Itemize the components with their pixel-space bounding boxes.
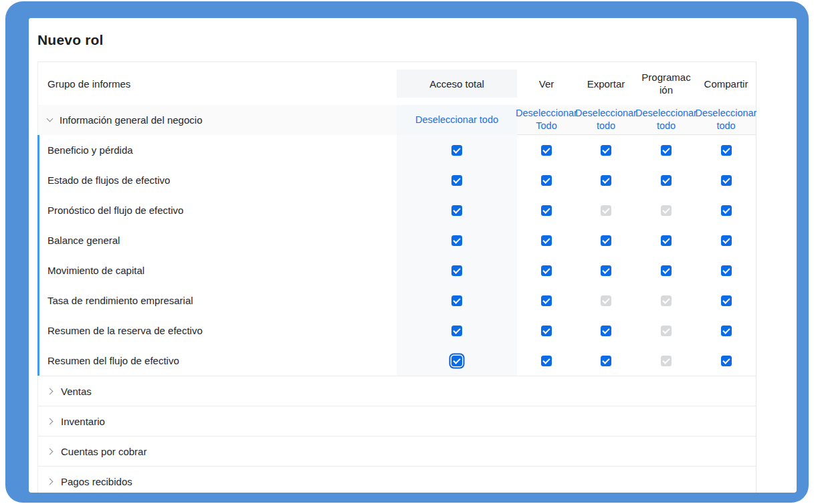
report-name: Resumen del flujo de efectivo xyxy=(47,355,179,366)
view-checkbox[interactable] xyxy=(541,326,552,336)
deselect-all-link[interactable]: Deseleccionar todo xyxy=(575,107,637,132)
view-checkbox[interactable] xyxy=(541,175,552,186)
full-access-checkbox[interactable] xyxy=(451,145,462,156)
page-title: Nuevo rol xyxy=(37,32,104,48)
report-name-cell: Movimiento de capital xyxy=(38,255,397,285)
section-name: Pagos recibidos xyxy=(61,476,132,487)
share-checkbox[interactable] xyxy=(721,235,732,246)
deselect-all-share: Deseleccionar todo xyxy=(696,105,756,135)
report-name-cell: Pronóstico del flujo de efectivo xyxy=(38,195,397,225)
full-access-checkbox[interactable] xyxy=(451,235,462,246)
full-access-checkbox[interactable] xyxy=(451,326,462,336)
deselect-all-schedule: Deseleccionar todo xyxy=(636,105,696,135)
export-checkbox[interactable] xyxy=(601,175,611,186)
collapsed-sections: Ventas Inventario Cuentas por cobrar Pag… xyxy=(38,376,756,493)
report-row: Beneficio y pérdida xyxy=(38,135,756,165)
report-name-cell: Resumen del flujo de efectivo xyxy=(38,346,397,376)
view-checkbox[interactable] xyxy=(541,265,552,276)
export-checkbox[interactable] xyxy=(601,145,611,156)
section-title[interactable]: Información general del negocio xyxy=(38,105,397,135)
column-header-export: Exportar xyxy=(576,62,636,105)
share-checkbox[interactable] xyxy=(721,145,732,156)
schedule-checkbox[interactable] xyxy=(661,326,672,336)
report-name: Pronóstico del flujo de efectivo xyxy=(47,205,183,216)
permissions-table: Grupo de informes Acceso total Ver Expor… xyxy=(37,61,756,493)
deselect-all-view: Deseleccionar Todo xyxy=(517,105,576,135)
report-name: Estado de flujos de efectivo xyxy=(47,174,170,186)
export-checkbox[interactable] xyxy=(601,235,611,246)
report-row: Movimiento de capital xyxy=(38,255,756,285)
full-access-checkbox[interactable] xyxy=(451,265,462,276)
report-name: Resumen de la reserva de efectivo xyxy=(47,325,203,336)
report-row: Resumen de la reserva de efectivo xyxy=(38,316,756,346)
collapsed-section-row[interactable]: Ventas xyxy=(38,376,756,406)
section-name: Inventario xyxy=(61,416,105,427)
report-name: Movimiento de capital xyxy=(47,265,144,276)
section-row-business-overview[interactable]: Información general del negocio Deselecc… xyxy=(38,105,756,135)
report-name: Beneficio y pérdida xyxy=(47,144,133,156)
report-row: Estado de flujos de efectivo xyxy=(38,165,756,195)
detail-rows: Beneficio y pérdida Estado de flujos de … xyxy=(38,135,756,376)
schedule-checkbox[interactable] xyxy=(661,205,672,216)
export-checkbox[interactable] xyxy=(601,265,611,276)
chevron-right-icon xyxy=(47,418,54,424)
deselect-all-link[interactable]: Deseleccionar todo xyxy=(635,107,697,132)
view-checkbox[interactable] xyxy=(541,235,552,246)
full-access-checkbox[interactable] xyxy=(451,295,462,306)
view-checkbox[interactable] xyxy=(541,145,552,156)
view-checkbox[interactable] xyxy=(541,295,552,306)
share-checkbox[interactable] xyxy=(721,326,732,336)
schedule-checkbox[interactable] xyxy=(661,356,672,366)
column-header-report-group: Grupo de informes xyxy=(38,62,397,105)
deselect-all-link[interactable]: Deseleccionar todo xyxy=(696,107,757,132)
share-checkbox[interactable] xyxy=(721,356,732,366)
full-access-checkbox[interactable] xyxy=(451,205,462,216)
schedule-checkbox[interactable] xyxy=(661,175,672,186)
column-header-view: Ver xyxy=(517,62,576,105)
report-name-cell: Estado de flujos de efectivo xyxy=(38,165,397,195)
chevron-down-icon xyxy=(47,116,54,122)
collapsed-section-row[interactable]: Inventario xyxy=(38,406,756,436)
table-header-row: Grupo de informes Acceso total Ver Expor… xyxy=(38,62,756,105)
deselect-all-export: Deseleccionar todo xyxy=(576,105,636,135)
report-row: Resumen del flujo de efectivo xyxy=(38,346,756,376)
report-name-cell: Tasa de rendimiento empresarial xyxy=(38,285,397,316)
report-name: Tasa de rendimiento empresarial xyxy=(47,295,193,306)
deselect-all-link[interactable]: Deseleccionar Todo xyxy=(516,107,577,132)
report-row: Tasa de rendimiento empresarial xyxy=(38,285,756,316)
section-name: Ventas xyxy=(61,386,92,397)
collapsed-section-row[interactable]: Cuentas por cobrar xyxy=(38,436,756,466)
share-checkbox[interactable] xyxy=(721,295,732,306)
view-checkbox[interactable] xyxy=(541,205,552,216)
report-name-cell: Balance general xyxy=(38,225,397,255)
new-role-dialog: Nuevo rol Grupo de informes Acceso total… xyxy=(29,18,797,493)
schedule-checkbox[interactable] xyxy=(661,145,672,156)
full-access-checkbox[interactable] xyxy=(451,175,462,186)
share-checkbox[interactable] xyxy=(721,175,732,186)
section-accent-bar xyxy=(37,135,39,376)
deselect-all-link[interactable]: Deseleccionar todo xyxy=(415,114,498,126)
schedule-checkbox[interactable] xyxy=(661,235,672,246)
share-checkbox[interactable] xyxy=(721,205,732,216)
schedule-checkbox[interactable] xyxy=(661,265,672,276)
report-row: Pronóstico del flujo de efectivo xyxy=(38,195,756,225)
export-checkbox[interactable] xyxy=(601,326,611,336)
column-header-schedule: Programación xyxy=(636,62,696,105)
report-row: Balance general xyxy=(38,225,756,255)
collapsed-section-row[interactable]: Pagos recibidos xyxy=(38,466,756,493)
full-access-checkbox[interactable] xyxy=(451,356,462,366)
chevron-right-icon xyxy=(47,388,54,394)
chevron-right-icon xyxy=(47,448,54,455)
deselect-all-full-access: Deseleccionar todo xyxy=(397,105,517,135)
schedule-checkbox[interactable] xyxy=(661,295,672,306)
chevron-right-icon xyxy=(47,478,54,485)
report-name: Balance general xyxy=(47,235,120,246)
share-checkbox[interactable] xyxy=(721,265,732,276)
export-checkbox[interactable] xyxy=(601,356,611,366)
view-checkbox[interactable] xyxy=(541,356,552,366)
column-header-share: Compartir xyxy=(696,62,756,105)
export-checkbox[interactable] xyxy=(601,295,611,306)
report-name-cell: Beneficio y pérdida xyxy=(38,135,397,165)
dialog-header: Nuevo rol xyxy=(29,18,797,61)
export-checkbox[interactable] xyxy=(601,205,611,216)
